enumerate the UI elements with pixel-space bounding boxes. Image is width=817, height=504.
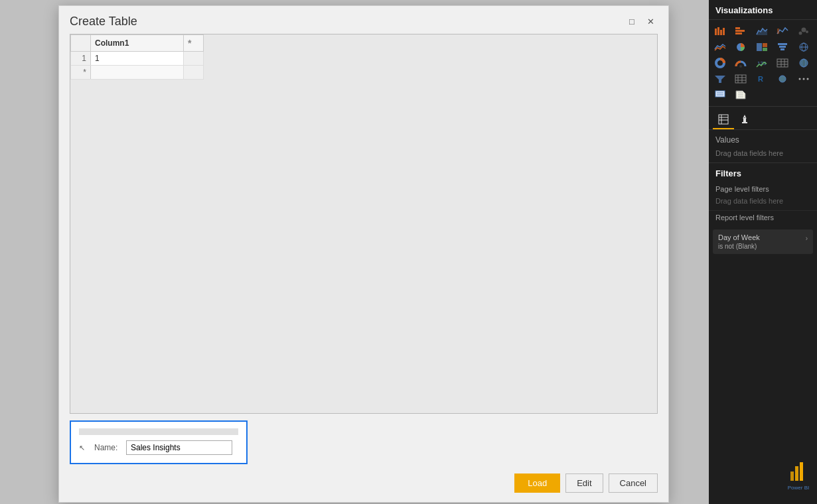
svg-rect-16	[778, 43, 787, 45]
tab-fields-button[interactable]	[713, 111, 734, 129]
table-container: Column1 * 1 1 *	[70, 34, 658, 414]
svg-rect-17	[779, 46, 786, 48]
dialog-title: Create Table	[70, 15, 137, 29]
viz-pie-icon[interactable]	[732, 40, 749, 54]
svg-point-10	[801, 28, 806, 32]
svg-point-42	[798, 78, 800, 80]
minimize-button[interactable]: □	[625, 14, 639, 29]
name-input[interactable]	[126, 440, 232, 455]
viz-column-icon[interactable]	[732, 24, 749, 38]
cell-extra-row1	[184, 52, 204, 66]
dialog-header: Create Table □ ✕	[59, 6, 668, 34]
svg-rect-45	[715, 91, 725, 97]
page-filters-drag-area: Drag data fields here	[709, 196, 817, 211]
svg-point-11	[806, 31, 808, 33]
column1-header: Column1	[91, 35, 184, 52]
name-bar	[79, 428, 238, 435]
viz-line2-icon[interactable]	[711, 40, 729, 54]
row-star: *	[71, 66, 91, 80]
svg-point-23	[739, 65, 742, 68]
dialog-actions: Load Edit Cancel	[70, 470, 658, 495]
svg-rect-8	[777, 29, 779, 34]
cell-col1-row1[interactable]: 1	[91, 52, 184, 66]
values-label: Values	[709, 130, 817, 147]
cell-new-col1[interactable]	[91, 66, 184, 80]
report-level-filters-label: Report level filters	[709, 211, 817, 224]
svg-rect-6	[735, 27, 740, 29]
viz-map-icon[interactable]	[795, 56, 812, 70]
svg-rect-4	[735, 32, 742, 34]
name-section-highlight: ↖ Name:	[70, 420, 248, 464]
viz-globe-icon[interactable]	[795, 40, 812, 54]
svg-rect-59	[800, 462, 803, 481]
tab-row	[709, 107, 817, 130]
svg-rect-5	[735, 30, 745, 32]
dialog-footer: ↖ Name: Load Edit Cancel	[59, 414, 668, 502]
dialog-controls: □ ✕	[625, 14, 658, 29]
data-table: Column1 * 1 1 *	[70, 34, 204, 80]
dialog-body: Column1 * 1 1 *	[59, 34, 668, 414]
svg-point-43	[802, 78, 804, 80]
svg-point-9	[798, 32, 802, 35]
svg-rect-57	[790, 472, 794, 481]
day-of-week-filter-badge[interactable]: Day of Week is not (Blank) ›	[713, 229, 813, 254]
values-drag-area: Drag data fields here	[709, 147, 817, 163]
svg-rect-1	[717, 27, 719, 35]
visualizations-title: Visualizations	[709, 0, 817, 20]
viz-line-icon[interactable]	[774, 24, 791, 38]
viz-funnel-icon[interactable]	[774, 40, 791, 54]
table-row: 1 1	[71, 52, 204, 66]
page-level-filters-label: Page level filters	[709, 182, 817, 196]
viz-treemap-icon[interactable]	[753, 40, 771, 54]
viz-scatter-icon[interactable]	[795, 24, 812, 38]
load-button[interactable]: Load	[514, 473, 560, 493]
viz-gauge-icon[interactable]	[732, 56, 749, 70]
viz-filter-icon[interactable]	[711, 72, 729, 86]
svg-rect-3	[723, 28, 725, 35]
viz-donut-icon[interactable]	[711, 56, 729, 70]
cancel-button[interactable]: Cancel	[609, 473, 658, 493]
filter-badge-content: Day of Week is not (Blank)	[718, 233, 760, 250]
row-number: 1	[71, 52, 91, 66]
svg-rect-56	[742, 122, 747, 123]
add-column-header[interactable]: *	[184, 35, 204, 52]
name-row: ↖ Name:	[79, 440, 238, 455]
svg-rect-18	[780, 48, 784, 50]
filter-badge-arrow-icon: ›	[806, 235, 808, 242]
filters-title: Filters	[709, 163, 817, 182]
edit-button[interactable]: Edit	[565, 473, 603, 493]
viz-r-icon[interactable]: R	[753, 72, 771, 86]
viz-paint-icon[interactable]	[732, 88, 749, 102]
svg-rect-13	[757, 43, 762, 51]
svg-rect-0	[715, 29, 717, 35]
cell-new-extra	[184, 66, 204, 80]
viz-brush-icon[interactable]	[711, 88, 729, 102]
cursor-icon: ↖	[79, 444, 85, 452]
close-button[interactable]: ✕	[643, 14, 658, 29]
svg-rect-58	[795, 466, 798, 481]
table-new-row: *	[71, 66, 204, 80]
viz-matrix-icon[interactable]	[732, 72, 749, 86]
filter-badge-name: Day of Week	[718, 233, 760, 241]
svg-rect-25	[777, 59, 788, 67]
svg-point-44	[806, 78, 808, 80]
svg-text:R: R	[758, 75, 763, 83]
powerbi-logo: Power BI	[786, 458, 810, 491]
viz-more-icon[interactable]	[795, 72, 812, 86]
viz-table-icon[interactable]	[774, 56, 791, 70]
filter-badge-condition: is not (Blank)	[718, 243, 760, 250]
tab-format-button[interactable]	[734, 111, 755, 129]
svg-rect-51	[719, 115, 728, 124]
right-panel: Visualizations	[709, 0, 817, 504]
svg-rect-15	[763, 48, 767, 51]
svg-marker-33	[715, 76, 725, 83]
svg-rect-14	[763, 43, 767, 47]
name-label: Name:	[94, 443, 121, 452]
viz-icons-grid: 123	[709, 20, 817, 107]
viz-area-icon[interactable]	[753, 24, 771, 38]
create-table-dialog: Create Table □ ✕ Column1 * 1 1	[58, 5, 669, 503]
svg-rect-34	[735, 75, 746, 83]
viz-globe2-icon[interactable]	[774, 72, 791, 86]
viz-kpi-icon[interactable]: 123	[753, 56, 771, 70]
viz-bar-icon[interactable]	[711, 24, 729, 38]
